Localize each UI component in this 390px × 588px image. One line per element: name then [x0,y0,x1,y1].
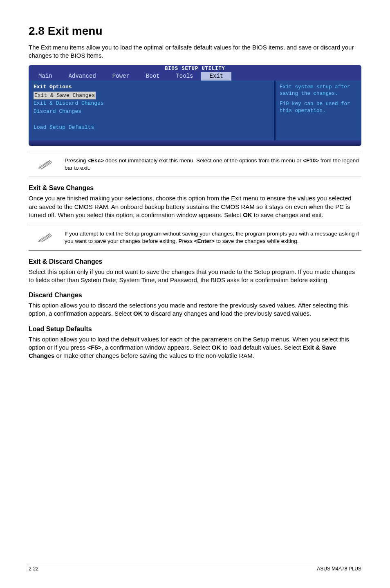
bios-item-discard: Discard Changes [34,108,269,116]
bios-tab-exit: Exit [201,72,231,81]
lsd-ok: OK [212,344,221,351]
bios-help-panel: Exit system setup after saving the chang… [276,81,361,141]
note-text-2: If you attempt to exit the Setup program… [65,230,361,245]
note1-prefix: Pressing [65,157,87,164]
bios-tab-advanced: Advanced [61,72,104,81]
note1-mid: does not immediately exit this menu. Sel… [104,157,303,164]
esc-body-b: to save changes and exit. [252,211,323,218]
note1-key-esc: <Esc> [87,157,104,164]
bios-tab-tools: Tools [168,72,201,81]
bios-menubar: BIOS SETUP UTILITY Main Advanced Power B… [29,65,361,81]
bios-tab-main: Main [30,72,61,81]
heading-load-defaults: Load Setup Defaults [29,325,361,333]
para-exit-save: Once you are finished making your select… [29,194,361,219]
note-icon-col-2 [29,230,65,242]
page-footer: 2-22 ASUS M4A78 PLUS [29,564,361,572]
bios-left-title: Exit Options [34,84,269,90]
bios-item-blank [34,115,269,123]
bios-help-line2: F10 key can be used for this operation. [280,101,357,114]
esc-ok: OK [243,211,252,218]
footer-page-number: 2-22 [29,566,38,572]
section-heading: 2.8 Exit menu [29,25,361,38]
para-load-defaults: This option allows you to load the defau… [29,335,361,360]
heading-exit-discard: Exit & Discard Changes [29,258,361,265]
note1-key-f10: <F10> [303,157,319,164]
note2-suffix: to save the changes while exiting. [215,238,299,244]
pencil-icon [38,158,55,169]
bios-item-load-defaults: Load Setup Defaults [34,123,269,132]
note-enter: If you attempt to exit the Setup program… [29,225,361,250]
para-discard: This option allows you to discard the se… [29,301,361,318]
bios-item-exit-discard: Exit & Discard Changes [34,99,269,108]
lsd-f5: <F5> [87,344,101,351]
dc-ok: OK [133,310,143,317]
lsd-body-c: to load default values. Select [221,344,303,351]
lsd-body-d: or make other changes before saving the … [54,352,254,359]
bios-body: Exit Options Exit & Save Changes Exit & … [29,81,361,141]
note-icon-col [29,157,65,169]
para-exit-discard: Select this option only if you do not wa… [29,268,361,285]
bios-screenshot: BIOS SETUP UTILITY Main Advanced Power B… [29,65,361,146]
heading-exit-save: Exit & Save Changes [29,184,361,192]
bios-item-exit-save: Exit & Save Changes [34,92,96,100]
bios-footer-bar [29,140,361,146]
dc-body-b: to discard any changes and load the prev… [142,310,311,317]
bios-tab-power: Power [104,72,138,81]
bios-help-line1: Exit system setup after saving the chang… [280,84,357,98]
bios-tab-boot: Boot [138,72,168,81]
bios-title: BIOS SETUP UTILITY [165,66,225,72]
heading-discard: Discard Changes [29,292,361,299]
note2-key-enter: <Enter> [194,238,215,244]
lsd-body-b: , a confirmation window appears. Select [101,344,211,351]
note-esc: Pressing <Esc> does not immediately exit… [29,152,361,177]
note-text: Pressing <Esc> does not immediately exit… [65,157,361,172]
intro-paragraph: The Exit menu items allow you to load th… [29,43,361,60]
bios-left-panel: Exit Options Exit & Save Changes Exit & … [29,81,276,141]
pencil-icon [38,231,55,242]
footer-product: ASUS M4A78 PLUS [317,566,361,572]
